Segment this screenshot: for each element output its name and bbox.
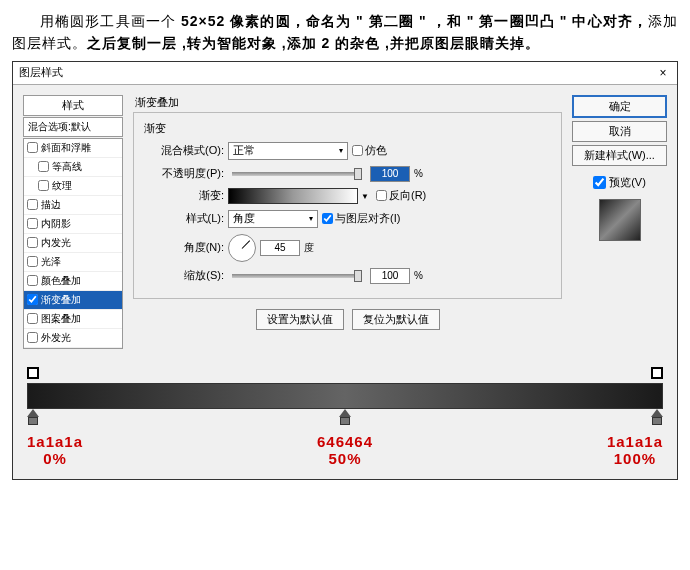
gradient-picker[interactable]: ▼ — [228, 188, 358, 204]
angle-unit: 度 — [304, 241, 314, 255]
stop-labels: 1a1a1a0%64646450%1a1a1a100% — [27, 433, 663, 467]
cancel-button[interactable]: 取消 — [572, 121, 667, 142]
angle-label: 角度(N): — [144, 240, 224, 255]
gradient-label: 渐变: — [144, 188, 224, 203]
style-item[interactable]: 颜色叠加 — [24, 272, 122, 291]
scale-input[interactable]: 100 — [370, 268, 410, 284]
styles-header[interactable]: 样式 — [23, 95, 123, 116]
color-stop-0[interactable] — [27, 409, 39, 425]
align-checkbox[interactable]: 与图层对齐(I) — [322, 211, 400, 226]
dialog-title: 图层样式 — [19, 65, 63, 80]
gradient-overlay-panel: 渐变叠加 渐变 混合模式(O): 正常▾ 仿色 不透明度(P): 100 — [133, 95, 562, 349]
dialog-buttons: 确定 取消 新建样式(W)... 预览(V) — [572, 95, 667, 349]
angle-input[interactable]: 45 — [260, 240, 300, 256]
style-item[interactable]: 内阴影 — [24, 215, 122, 234]
chevron-down-icon: ▾ — [339, 146, 343, 155]
blend-mode-label: 混合模式(O): — [144, 143, 224, 158]
color-stop-50[interactable] — [339, 409, 351, 425]
style-item[interactable]: 等高线 — [24, 158, 122, 177]
scale-label: 缩放(S): — [144, 268, 224, 283]
new-style-button[interactable]: 新建样式(W)... — [572, 145, 667, 166]
layer-style-dialog: 图层样式 × 样式 混合选项:默认 斜面和浮雕等高线纹理描边内阴影内发光光泽颜色… — [12, 61, 678, 480]
opacity-stop-left[interactable] — [27, 367, 39, 379]
chevron-down-icon: ▾ — [309, 214, 313, 223]
angle-dial[interactable] — [228, 234, 256, 262]
close-icon[interactable]: × — [655, 65, 671, 81]
dither-checkbox[interactable]: 仿色 — [352, 143, 387, 158]
style-label: 样式(L): — [144, 211, 224, 226]
style-select[interactable]: 角度▾ — [228, 210, 318, 228]
color-stop-100[interactable] — [651, 409, 663, 425]
opacity-input[interactable]: 100 — [370, 166, 410, 182]
style-item[interactable]: 图案叠加 — [24, 310, 122, 329]
opacity-label: 不透明度(P): — [144, 166, 224, 181]
style-item[interactable]: 光泽 — [24, 253, 122, 272]
preview-swatch — [599, 199, 641, 241]
gradient-editor — [27, 367, 663, 429]
opacity-stop-right[interactable] — [651, 367, 663, 379]
style-item[interactable]: 纹理 — [24, 177, 122, 196]
dialog-titlebar: 图层样式 × — [13, 62, 677, 85]
styles-panel: 样式 混合选项:默认 斜面和浮雕等高线纹理描边内阴影内发光光泽颜色叠加渐变叠加图… — [23, 95, 123, 349]
set-default-button[interactable]: 设置为默认值 — [256, 309, 344, 330]
instruction-text: 用椭圆形工具画一个 52×52 像素的圆，命名为 " 第二圈 " ，和 " 第一… — [12, 10, 678, 55]
preview-checkbox[interactable]: 预览(V) — [572, 175, 667, 190]
reset-default-button[interactable]: 复位为默认值 — [352, 309, 440, 330]
styles-list: 斜面和浮雕等高线纹理描边内阴影内发光光泽颜色叠加渐变叠加图案叠加外发光 — [23, 138, 123, 349]
color-stop-label: 1a1a1a100% — [607, 433, 663, 467]
style-item[interactable]: 外发光 — [24, 329, 122, 348]
chevron-down-icon: ▼ — [361, 192, 369, 201]
style-item[interactable]: 描边 — [24, 196, 122, 215]
gradient-preview-bar[interactable] — [27, 383, 663, 409]
subgroup-title: 渐变 — [144, 121, 551, 136]
style-item[interactable]: 内发光 — [24, 234, 122, 253]
ok-button[interactable]: 确定 — [572, 95, 667, 118]
blend-mode-select[interactable]: 正常▾ — [228, 142, 348, 160]
group-label: 渐变叠加 — [133, 95, 562, 110]
color-stop-label: 64646450% — [317, 433, 373, 467]
scale-slider[interactable] — [232, 274, 362, 278]
style-item[interactable]: 斜面和浮雕 — [24, 139, 122, 158]
blend-options-default[interactable]: 混合选项:默认 — [23, 117, 123, 137]
color-stop-label: 1a1a1a0% — [27, 433, 83, 467]
style-item[interactable]: 渐变叠加 — [24, 291, 122, 310]
reverse-checkbox[interactable]: 反向(R) — [376, 188, 426, 203]
opacity-slider[interactable] — [232, 172, 362, 176]
